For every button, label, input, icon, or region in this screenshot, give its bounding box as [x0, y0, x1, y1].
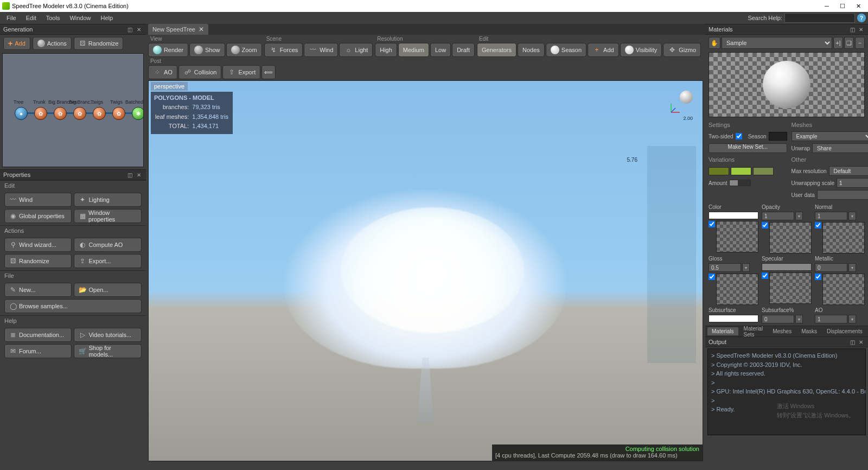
- documentation-button[interactable]: ≣Documentation...: [4, 328, 72, 342]
- gizmo-button[interactable]: ✥Gizmo: [663, 43, 701, 57]
- color-enable[interactable]: [709, 221, 715, 227]
- res-low-button[interactable]: Low: [430, 43, 451, 57]
- close-panel-icon[interactable]: ✕: [857, 338, 865, 346]
- browse-samples-button[interactable]: ◯Browse samples...: [4, 299, 142, 313]
- res-high-button[interactable]: High: [375, 43, 397, 57]
- video-button[interactable]: ▷Video tutorials...: [74, 328, 141, 342]
- global-props-button[interactable]: ◉Global properties: [4, 209, 72, 223]
- specular-map[interactable]: [769, 272, 812, 304]
- opacity-enable[interactable]: [762, 222, 768, 228]
- ao-dd[interactable]: ▾: [848, 315, 856, 323]
- normal-value[interactable]: [815, 212, 847, 220]
- help-icon[interactable]: ?: [857, 14, 866, 22]
- menu-help[interactable]: Help: [97, 13, 118, 23]
- menu-file[interactable]: File: [2, 13, 21, 23]
- metallic-map[interactable]: [822, 274, 865, 305]
- color-swatch[interactable]: [709, 212, 758, 219]
- randomize-props-button[interactable]: ⚄Randomize: [4, 254, 72, 268]
- metallic-dd[interactable]: ▾: [848, 263, 856, 272]
- subsurfacepct-value[interactable]: [762, 315, 794, 323]
- season-button[interactable]: Season: [546, 43, 586, 57]
- tab-close-icon[interactable]: ✕: [199, 26, 204, 33]
- menu-tools[interactable]: Tools: [42, 13, 65, 23]
- close-button[interactable]: ✕: [851, 1, 866, 11]
- render-button[interactable]: Render: [148, 43, 188, 57]
- viewport-gizmo[interactable]: 2.00: [673, 91, 693, 110]
- variation-swatch-2[interactable]: [731, 167, 751, 175]
- back-button[interactable]: ⟸: [261, 65, 276, 79]
- generators-button[interactable]: Generators: [477, 43, 516, 57]
- node-graph[interactable]: ● Tree ✿ Trunk ✿ Big Branches ✿ Big Bran…: [2, 53, 144, 167]
- subsurfacepct-dd[interactable]: ▾: [795, 315, 803, 323]
- new-button[interactable]: ✎New...: [4, 283, 72, 297]
- lighting-button[interactable]: ✦Lighting: [74, 193, 141, 207]
- menu-window[interactable]: Window: [65, 13, 95, 23]
- tab-displacements[interactable]: Displacements: [822, 327, 867, 335]
- forum-button[interactable]: ✉Forum...: [4, 344, 72, 358]
- search-help-input[interactable]: [784, 13, 855, 23]
- menu-edit[interactable]: Edit: [22, 13, 41, 23]
- wind-wizard-button[interactable]: ⚲Wind wizard...: [4, 238, 72, 252]
- color-map[interactable]: [716, 221, 758, 252]
- shop-button[interactable]: 🛒Shop for models...: [74, 344, 141, 358]
- tab-meshes[interactable]: Meshes: [768, 327, 796, 335]
- close-panel-icon[interactable]: ✕: [135, 171, 143, 179]
- user-data-input[interactable]: [817, 190, 868, 200]
- material-select[interactable]: Sample: [722, 37, 832, 49]
- subsurface-swatch[interactable]: [709, 315, 758, 322]
- light-button[interactable]: ☼Light: [339, 43, 373, 57]
- variation-swatch-3[interactable]: [753, 167, 774, 175]
- add-button[interactable]: +Add: [3, 37, 30, 50]
- maxres-select[interactable]: Default: [829, 166, 868, 176]
- metallic-enable[interactable]: [815, 274, 821, 280]
- delete-material-button[interactable]: −: [855, 37, 865, 49]
- nodes-button[interactable]: Nodes: [518, 43, 545, 57]
- undock-icon[interactable]: ◫: [126, 171, 134, 179]
- duplicate-material-button[interactable]: ❏: [844, 37, 854, 49]
- season-color[interactable]: [769, 132, 787, 141]
- grab-icon[interactable]: ✋: [709, 37, 720, 49]
- maximize-button[interactable]: ☐: [835, 1, 850, 11]
- undock-icon[interactable]: ◫: [126, 26, 134, 33]
- collision-button[interactable]: ☍Collision: [178, 65, 222, 79]
- tab-materials[interactable]: Materials: [707, 327, 738, 335]
- example-select[interactable]: Example: [792, 131, 868, 141]
- metallic-value[interactable]: [815, 263, 847, 272]
- opacity-map[interactable]: [769, 222, 812, 253]
- res-medium-button[interactable]: Medium: [398, 43, 429, 57]
- minimize-button[interactable]: ─: [819, 1, 834, 11]
- wind-toolbar-button[interactable]: 〰Wind: [304, 43, 338, 57]
- unwrap-select[interactable]: Share: [812, 143, 868, 153]
- gloss-map[interactable]: [716, 274, 758, 305]
- undock-icon[interactable]: ◫: [848, 26, 856, 33]
- show-button[interactable]: Show: [189, 43, 225, 57]
- visibility-button[interactable]: Visibility: [620, 43, 662, 57]
- tab-masks[interactable]: Masks: [797, 327, 821, 335]
- amount-slider[interactable]: [729, 180, 751, 186]
- specular-swatch[interactable]: [762, 263, 812, 271]
- normal-dd[interactable]: ▾: [848, 212, 856, 220]
- close-panel-icon[interactable]: ✕: [857, 26, 865, 33]
- zoom-button[interactable]: Zoom: [226, 43, 262, 57]
- export-toolbar-button[interactable]: ⇪Export: [222, 65, 260, 79]
- window-props-button[interactable]: ▦Window properties: [74, 209, 141, 223]
- unwrap-scale-input[interactable]: [837, 178, 868, 188]
- gloss-value[interactable]: [709, 263, 741, 272]
- actions-button[interactable]: Actions: [33, 37, 72, 50]
- add-material-button[interactable]: +|: [833, 37, 843, 49]
- open-button[interactable]: 📂Open...: [74, 283, 141, 297]
- output-log[interactable]: > SpeedTree® Modeler v8.3.0 (Cinema Edit…: [707, 348, 866, 435]
- close-panel-icon[interactable]: ✕: [135, 26, 143, 33]
- opacity-dd[interactable]: ▾: [795, 212, 803, 220]
- export-props-button[interactable]: ⇪Export...: [74, 254, 141, 268]
- ao-button[interactable]: ⁘AO: [148, 65, 177, 79]
- gloss-enable[interactable]: [709, 274, 715, 280]
- specular-enable[interactable]: [762, 272, 768, 279]
- randomize-button[interactable]: ⚄Randomize: [74, 37, 124, 50]
- gloss-dd[interactable]: ▾: [742, 263, 750, 272]
- make-new-set-button[interactable]: Make New Set...: [709, 143, 787, 153]
- tab-new-speedtree[interactable]: New SpeedTree ✕: [148, 24, 208, 35]
- viewport[interactable]: perspective POLYGONS - MODEL branches:79…: [148, 80, 703, 461]
- res-draft-button[interactable]: Draft: [452, 43, 475, 57]
- variation-swatch-1[interactable]: [709, 167, 729, 175]
